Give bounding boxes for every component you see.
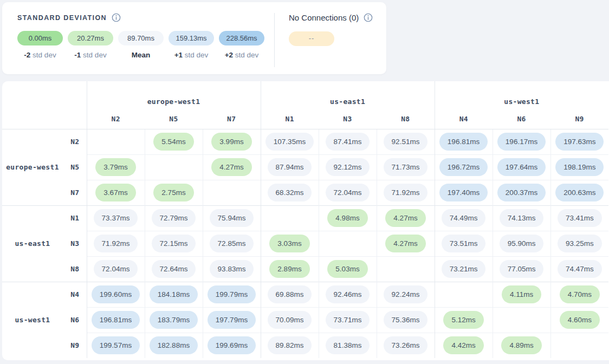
- matrix-cell: 73.51ms: [435, 231, 493, 256]
- latency-pill: 71.92ms: [94, 235, 138, 252]
- legend-stop-label: -2 std dev: [17, 51, 63, 59]
- row-node-header: N7: [63, 180, 87, 205]
- latency-pill: 3.79ms: [95, 158, 135, 176]
- matrix-cell: 4.11ms: [493, 282, 550, 307]
- matrix-cell: 200.37ms: [493, 180, 550, 205]
- info-icon[interactable]: [364, 13, 373, 22]
- matrix-cell: 70.09ms: [261, 307, 319, 333]
- matrix-cell: 73.41ms: [550, 205, 608, 231]
- latency-pill: 72.04ms: [94, 260, 138, 278]
- col-node-header: N6: [493, 109, 550, 129]
- latency-matrix-card: europe-west1us-east1us-west1N2N5N7N1N3N8…: [2, 81, 609, 360]
- latency-pill: 200.63ms: [555, 184, 604, 202]
- matrix-corner-cell: [2, 81, 87, 129]
- latency-pill: 75.94ms: [210, 209, 254, 227]
- matrix-cell: 4.70ms: [550, 282, 608, 307]
- latency-pill: 196.81ms: [92, 311, 140, 329]
- no-connections-legend: No Connections (0) --: [289, 13, 373, 74]
- latency-pill: 72.79ms: [152, 209, 196, 227]
- legend-pill: 89.70ms: [118, 31, 164, 46]
- matrix-cell: 72.64ms: [145, 256, 203, 282]
- latency-pill: 4.27ms: [385, 235, 425, 252]
- matrix-cell: 77.05ms: [493, 256, 550, 282]
- latency-pill: 70.09ms: [268, 311, 312, 329]
- matrix-cell: 3.79ms: [87, 154, 145, 180]
- matrix-cell: [145, 154, 203, 180]
- latency-pill: 74.13ms: [500, 209, 544, 227]
- matrix-cell: [319, 231, 377, 256]
- latency-pill: 95.90ms: [500, 235, 544, 252]
- legend-divider: [274, 13, 275, 67]
- latency-pill: 87.94ms: [268, 158, 312, 176]
- matrix-cell: 69.88ms: [261, 282, 319, 307]
- latency-pill: 4.89ms: [501, 336, 541, 354]
- latency-pill: 5.03ms: [327, 260, 367, 278]
- matrix-row: us-east1N173.37ms72.79ms75.94ms4.98ms4.2…: [2, 205, 608, 231]
- matrix-cell: 3.99ms: [203, 129, 261, 154]
- matrix-cell: 73.26ms: [377, 333, 435, 358]
- matrix-cell: 4.27ms: [377, 231, 435, 256]
- no-connection-pill: --: [289, 31, 334, 46]
- matrix-cell: 87.41ms: [319, 129, 377, 154]
- latency-pill: 73.41ms: [558, 209, 602, 227]
- matrix-cell: 2.89ms: [261, 256, 319, 282]
- matrix-cell: 4.27ms: [203, 154, 261, 180]
- col-region-header: us-east1: [261, 81, 435, 109]
- row-node-header: N5: [63, 154, 87, 180]
- matrix-cell: [493, 307, 550, 333]
- matrix-cell: 199.79ms: [203, 282, 261, 307]
- std-dev-stop: 20.27ms-1 std dev: [68, 31, 113, 59]
- row-node-header: N6: [63, 307, 87, 333]
- matrix-cell: 3.67ms: [87, 180, 145, 205]
- matrix-cell: 71.92ms: [87, 231, 145, 256]
- matrix-cell: 197.64ms: [493, 154, 550, 180]
- legend-pill: 159.13ms: [169, 31, 214, 46]
- matrix-cell: 75.94ms: [203, 205, 261, 231]
- matrix-cell: 199.60ms: [87, 282, 145, 307]
- latency-pill: 73.51ms: [442, 235, 486, 252]
- matrix-cell: 71.92ms: [377, 180, 435, 205]
- matrix-cell: 5.03ms: [319, 256, 377, 282]
- matrix-row: N73.67ms2.75ms68.32ms72.04ms71.92ms197.4…: [2, 180, 608, 205]
- matrix-cell: 93.25ms: [550, 231, 608, 256]
- latency-pill: 72.85ms: [210, 235, 254, 252]
- latency-pill: 200.37ms: [497, 184, 546, 202]
- latency-pill: 198.19ms: [555, 158, 604, 176]
- matrix-cell: [203, 180, 261, 205]
- col-node-header: N7: [203, 109, 261, 129]
- std-dev-legend: STANDARD DEVIATION 0.00ms-2 std dev20.27…: [17, 13, 264, 74]
- col-node-header: N4: [435, 109, 493, 129]
- std-dev-stop: 159.13ms+1 std dev: [169, 31, 214, 59]
- matrix-cell: 74.49ms: [435, 205, 493, 231]
- matrix-cell: 93.83ms: [203, 256, 261, 282]
- latency-pill: 71.92ms: [384, 184, 428, 202]
- matrix-cell: 75.36ms: [377, 307, 435, 333]
- latency-pill: 184.18ms: [150, 285, 198, 303]
- latency-pill: 199.69ms: [208, 336, 256, 354]
- matrix-cell: 3.03ms: [261, 231, 319, 256]
- info-icon[interactable]: [112, 13, 121, 22]
- std-dev-stop: 89.70msMean: [118, 31, 164, 59]
- no-connections-title: No Connections (0): [289, 13, 359, 22]
- matrix-cell: 2.75ms: [145, 180, 203, 205]
- legend-stop-label: +2 std dev: [219, 51, 264, 59]
- latency-pill: 81.38ms: [326, 336, 370, 354]
- col-node-header: N9: [550, 109, 608, 129]
- col-region-header: europe-west1: [87, 81, 261, 109]
- latency-pill: 197.63ms: [555, 133, 604, 151]
- matrix-cell: 5.12ms: [435, 307, 493, 333]
- matrix-cell: 73.71ms: [319, 307, 377, 333]
- latency-pill: 197.79ms: [208, 311, 256, 329]
- row-node-header: N9: [63, 333, 87, 358]
- latency-pill: 89.82ms: [268, 336, 312, 354]
- col-node-header: N2: [87, 109, 145, 129]
- matrix-cell: [435, 282, 493, 307]
- matrix-cell: 87.94ms: [261, 154, 319, 180]
- col-region-header: us-west1: [435, 81, 608, 109]
- matrix-cell: 74.47ms: [550, 256, 608, 282]
- legend-stop-label: +1 std dev: [169, 51, 214, 59]
- matrix-cell: [87, 129, 145, 154]
- latency-pill: 199.57ms: [92, 336, 140, 354]
- latency-pill: 3.67ms: [95, 184, 135, 202]
- latency-pill: 5.54ms: [153, 133, 193, 151]
